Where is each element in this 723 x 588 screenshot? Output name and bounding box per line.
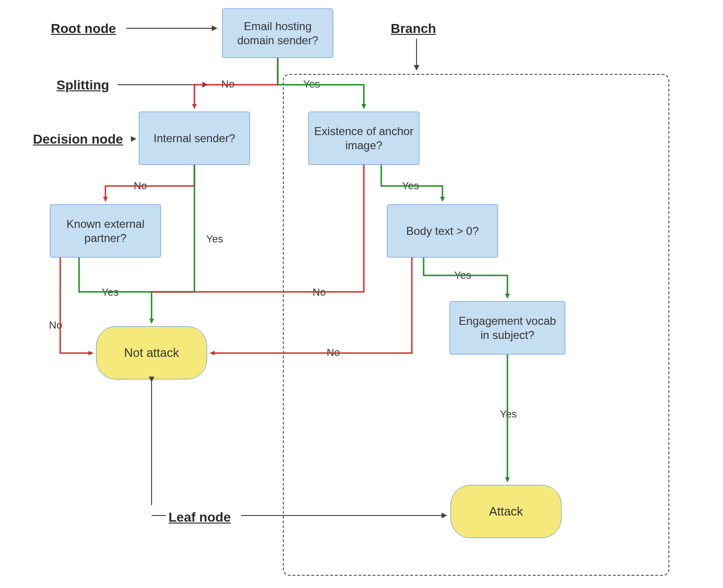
node-anchor-image-text: Existence of anchor image?: [313, 124, 414, 153]
annot-root: Root node: [51, 21, 116, 36]
edge-anchor-yes: Yes: [400, 180, 421, 192]
edge-internal-to-partner: [105, 165, 194, 201]
node-internal-sender: Internal sender?: [139, 112, 250, 165]
diagram-canvas: Root node Splitting Decision node Branch…: [0, 0, 723, 588]
edge-anchor-no: No: [311, 286, 328, 298]
node-known-partner-text: Known external partner?: [55, 217, 156, 245]
node-engagement: Engagement vocab in subject?: [450, 301, 565, 354]
leaf-not-attack-text: Not attack: [124, 346, 179, 360]
edge-root-no: No: [219, 78, 236, 90]
edge-engagement-yes: Yes: [498, 408, 519, 420]
edge-partner-yes: Yes: [100, 286, 120, 298]
node-anchor-image: Existence of anchor image?: [308, 112, 419, 165]
node-internal-sender-text: Internal sender?: [153, 131, 235, 145]
edge-partner-no: No: [47, 319, 64, 331]
annot-splitting: Splitting: [56, 78, 109, 93]
edge-body-yes: Yes: [452, 269, 473, 282]
leaf-attack-text: Attack: [489, 504, 523, 519]
edge-body-no: No: [325, 346, 342, 359]
node-root: Email hosting domain sender?: [222, 8, 333, 58]
annot-decision: Decision node: [33, 132, 123, 147]
edge-internal-yes: Yes: [204, 233, 225, 245]
node-known-partner: Known external partner?: [50, 204, 161, 258]
node-root-text: Email hosting domain sender?: [227, 19, 328, 48]
annot-branch: Branch: [391, 21, 436, 36]
leaf-attack: Attack: [450, 485, 562, 538]
annot-leaf: Leaf node: [169, 510, 231, 525]
node-body-text-text: Body text > 0?: [406, 224, 479, 238]
node-body-text: Body text > 0?: [387, 204, 498, 258]
node-engagement-text: Engagement vocab in subject?: [455, 314, 560, 342]
leaf-not-attack: Not attack: [96, 326, 207, 379]
edge-internal-no: No: [132, 180, 149, 192]
edge-root-yes: Yes: [301, 78, 322, 90]
edge-partner-no: [60, 258, 93, 353]
